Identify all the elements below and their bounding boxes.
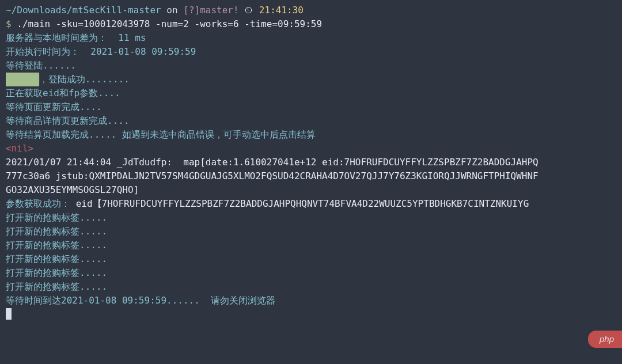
output-line: GO32AXU35EYMMSOGSL27QHO]: [6, 183, 616, 197]
output-line: 打开新的抢购标签.....: [6, 252, 616, 266]
output-line: 服务器与本地时间差为： 11 ms: [6, 31, 616, 45]
prompt-line: ~/Downloads/mtSecKill-master on [?]maste…: [6, 3, 616, 17]
output-line: 打开新的抢购标签.....: [6, 211, 616, 225]
command-line[interactable]: $ ./main -sku=100012043978 -num=2 -works…: [6, 17, 616, 31]
prompt-symbol: $: [6, 18, 17, 29]
output-line: 开始执行时间为： 2021-01-08 09:59:59: [6, 45, 616, 59]
output-line: 正在获取eid和fp参数....: [6, 86, 616, 100]
output-line: 777c30a6 jstub:QXMIPDALJN2TV57SM4GDGUAJG…: [6, 169, 616, 183]
cursor-block: [6, 308, 12, 320]
cursor-line[interactable]: [6, 308, 616, 321]
output-line: 打开新的抢购标签.....: [6, 225, 616, 238]
output-line: 等待页面更新完成....: [6, 100, 616, 114]
redacted-username: ██████: [6, 73, 39, 86]
branch-name: master: [200, 5, 233, 16]
param-success: 参数获取成功：: [6, 198, 70, 209]
output-line: 打开新的抢购标签.....: [6, 266, 616, 280]
output-line: 2021/01/07 21:44:04 _JdTdudfp: map[date:…: [6, 156, 616, 169]
prompt-path: ~/Downloads/mtSecKill-master: [6, 5, 161, 16]
prompt-time: 21:41:30: [259, 5, 304, 16]
command-text: ./main -sku=100012043978 -num=2 -works=6…: [17, 18, 322, 29]
eid-value: eid【7HOFRUFDCUYFFYLZZSPBZF7Z2BADDGJAHPQH…: [76, 198, 529, 209]
prompt-on: on: [161, 5, 184, 16]
branch-suffix: !: [233, 5, 239, 16]
clock-icon: ⏲: [239, 5, 259, 16]
output-line: 等待结算页加载完成..... 如遇到未选中商品错误，可手动选中后点击结算: [6, 128, 616, 142]
output-line: 打开新的抢购标签.....: [6, 280, 616, 294]
login-success: ，登陆成功........: [39, 74, 130, 85]
output-line: 参数获取成功： eid【7HOFRUFDCUYFFYLZZSPBZF7Z2BAD…: [6, 197, 616, 211]
output-line: ██████，登陆成功........: [6, 73, 616, 86]
output-line: 等待登陆......: [6, 59, 616, 73]
branch-prefix: [?]: [183, 5, 200, 16]
output-line: 打开新的抢购标签.....: [6, 238, 616, 252]
nil-line: <nil>: [6, 142, 616, 156]
output-line: 等待时间到达2021-01-08 09:59:59...... 请勿关闭浏览器: [6, 294, 616, 308]
watermark-badge: php: [588, 331, 622, 348]
output-line: 等待商品详情页更新完成....: [6, 114, 616, 128]
